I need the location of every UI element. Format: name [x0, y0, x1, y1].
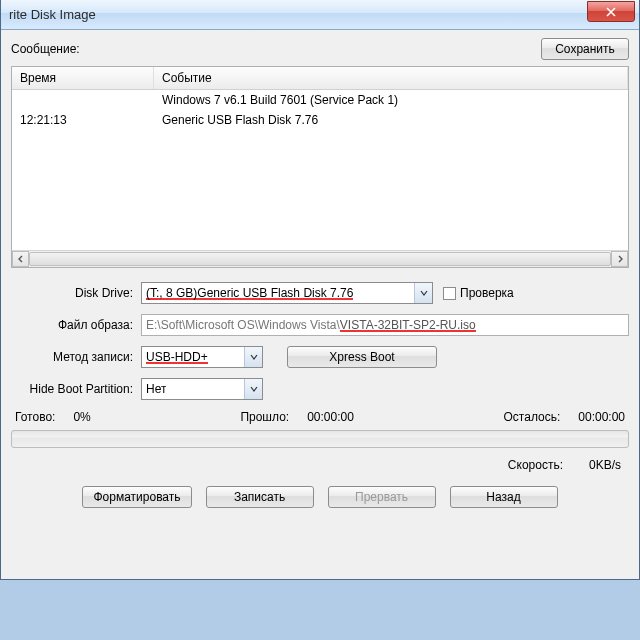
format-button[interactable]: Форматировать	[82, 486, 191, 508]
verify-label: Проверка	[460, 286, 514, 300]
elapsed-value: 00:00:00	[307, 410, 354, 424]
window-title: rite Disk Image	[9, 7, 96, 22]
log-header: Время Событие	[12, 67, 628, 90]
hide-boot-value: Нет	[146, 382, 166, 396]
xpress-boot-button[interactable]: Xpress Boot	[287, 346, 437, 368]
elapsed-label: Прошло:	[240, 410, 289, 424]
status-row: Готово: 0% Прошло: 00:00:00 Осталось: 00…	[11, 410, 629, 424]
write-method-value: USB-HDD+	[146, 350, 208, 364]
log-cell-event: Windows 7 v6.1 Build 7601 (Service Pack …	[154, 90, 628, 110]
ready-label: Готово:	[15, 410, 55, 424]
scroll-left-button[interactable]	[12, 251, 29, 267]
speed-label: Скорость:	[508, 458, 563, 472]
close-button[interactable]	[587, 1, 635, 22]
titlebar: rite Disk Image	[1, 0, 639, 30]
log-rows: Windows 7 v6.1 Build 7601 (Service Pack …	[12, 90, 628, 248]
remaining-value: 00:00:00	[578, 410, 625, 424]
save-button[interactable]: Сохранить	[541, 38, 629, 60]
message-label: Сообщение:	[11, 42, 80, 56]
log-cell-time	[12, 90, 154, 110]
verify-checkbox[interactable]	[443, 287, 456, 300]
chevron-down-icon[interactable]	[414, 283, 432, 303]
horizontal-scrollbar[interactable]	[12, 250, 628, 267]
hide-boot-combo[interactable]: Нет	[141, 378, 263, 400]
close-icon	[606, 7, 616, 17]
disk-drive-combo[interactable]: (T:, 8 GB)Generic USB Flash Disk 7.76	[141, 282, 433, 304]
image-file-label: Файл образа:	[11, 318, 141, 332]
write-method-combo[interactable]: USB-HDD+	[141, 346, 263, 368]
disk-drive-label: Disk Drive:	[11, 286, 141, 300]
remaining-label: Осталось:	[504, 410, 561, 424]
disk-drive-value: (T:, 8 GB)Generic USB Flash Disk 7.76	[146, 286, 353, 300]
progress-bar	[11, 430, 629, 448]
image-file-prefix: E:\Soft\Microsoft OS\Windows Vista\	[146, 318, 340, 332]
log-cell-event: Generic USB Flash Disk 7.76	[154, 110, 628, 130]
image-file-filename: VISTA-32BIT-SP2-RU.iso	[340, 318, 476, 332]
back-button[interactable]: Назад	[450, 486, 558, 508]
scroll-track[interactable]	[29, 251, 611, 267]
col-header-time[interactable]: Время	[12, 67, 154, 89]
chevron-down-icon[interactable]	[244, 347, 262, 367]
log-cell-time: 12:21:13	[12, 110, 154, 130]
scroll-right-button[interactable]	[611, 251, 628, 267]
write-method-label: Метод записи:	[11, 350, 141, 364]
log-row[interactable]: Windows 7 v6.1 Build 7601 (Service Pack …	[12, 90, 628, 110]
ready-value: 0%	[73, 410, 90, 424]
log-listview[interactable]: Время Событие Windows 7 v6.1 Build 7601 …	[11, 66, 629, 268]
image-file-field[interactable]: E:\Soft\Microsoft OS\Windows Vista\VISTA…	[141, 314, 629, 336]
speed-value: 0KB/s	[589, 458, 621, 472]
abort-button[interactable]: Прервать	[328, 486, 436, 508]
log-row[interactable]: 12:21:13 Generic USB Flash Disk 7.76	[12, 110, 628, 130]
col-header-event[interactable]: Событие	[154, 67, 628, 89]
scroll-thumb[interactable]	[29, 252, 611, 266]
chevron-down-icon[interactable]	[244, 379, 262, 399]
write-button[interactable]: Записать	[206, 486, 314, 508]
hide-boot-label: Hide Boot Partition:	[11, 382, 141, 396]
verify-checkbox-wrap[interactable]: Проверка	[443, 286, 514, 300]
